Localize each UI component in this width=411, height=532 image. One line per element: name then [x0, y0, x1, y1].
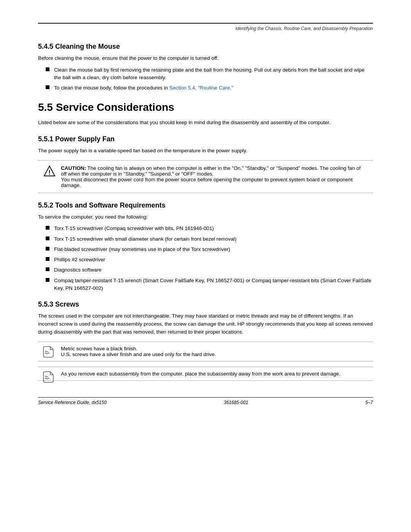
- section-552-bullets: Torx T-15 screwdriver (Compaq screwdrive…: [46, 225, 373, 292]
- list-item: Torx T-15 screwdriver (Compaq screwdrive…: [46, 225, 373, 232]
- section-552: 5.5.2 Tools and Software Requirements To…: [38, 201, 373, 292]
- bullet-552-5: Diagnostics software: [54, 266, 102, 274]
- bullet-552-1: Torx T-15 screwdriver (Compaq screwdrive…: [54, 225, 214, 232]
- section-link[interactable]: Section 5.4, "Routine Care.": [169, 85, 233, 91]
- section-545: 5.4.5 Cleaning the Mouse Before cleaning…: [38, 43, 373, 92]
- note-1-line1: Metric screws have a black finish.: [61, 346, 137, 351]
- list-item: Flat-bladed screwdriver (may sometimes u…: [46, 246, 373, 253]
- bullet-text-1: Clean the mouse ball by first removing t…: [54, 66, 373, 82]
- bullet-icon: [46, 226, 49, 230]
- page: Identifying the Chassis, Routine Care, a…: [0, 0, 411, 417]
- section-545-title: 5.4.5 Cleaning the Mouse: [38, 43, 373, 51]
- bullet-icon: [46, 236, 49, 240]
- bullet-552-4: Phillips #2 screwdriver: [54, 256, 105, 264]
- section-551: 5.5.1 Power Supply Fan The power supply …: [38, 135, 373, 193]
- svg-text:!: !: [48, 169, 50, 176]
- bullet-icon: [46, 85, 49, 89]
- caution-label: CAUTION:: [61, 165, 86, 171]
- footer-center: 361685-001: [224, 400, 248, 405]
- bullet-text-2: To clean the mouse body, follow the proc…: [54, 84, 233, 92]
- section-551-intro: The power supply fan is a variable-speed…: [38, 147, 373, 155]
- bullet-552-3: Flat-bladed screwdriver (may sometimes u…: [54, 246, 230, 253]
- section-55: 5.5 Service Considerations Listed below …: [38, 101, 373, 381]
- list-item: Phillips #2 screwdriver: [46, 256, 373, 264]
- bullet-552-6: Compaq tamper-resistant T-15 wrench (Sma…: [54, 277, 373, 292]
- section-545-intro: Before cleaning the mouse, ensure that t…: [38, 54, 373, 62]
- caution-text: The cooling fan is always on when the co…: [61, 165, 360, 188]
- caution-icon: !: [43, 165, 56, 177]
- section-545-bullets: Clean the mouse ball by first removing t…: [46, 66, 373, 92]
- top-rule: [38, 23, 373, 24]
- section-55-title: 5.5 Service Considerations: [38, 101, 373, 113]
- bullet-icon: [46, 67, 49, 71]
- note-1-content: Metric screws have a black finish. U.S. …: [61, 346, 367, 357]
- list-item: Compaq tamper-resistant T-15 wrench (Sma…: [46, 277, 373, 292]
- section-551-title: 5.5.1 Power Supply Fan: [38, 135, 373, 143]
- section-552-intro: To service the computer, you need the fo…: [38, 213, 373, 221]
- page-header: Identifying the Chassis, Routine Care, a…: [38, 26, 373, 31]
- section-55-intro: Listed below are some of the considerati…: [38, 119, 373, 127]
- section-552-title: 5.5.2 Tools and Software Requirements: [38, 201, 373, 209]
- list-item: Diagnostics software: [46, 266, 373, 274]
- caution-box: ! CAUTION: The cooling fan is always on …: [38, 160, 373, 193]
- note-icon-2: [42, 371, 56, 385]
- page-footer: Service Reference Guide, dx5150 361685-0…: [38, 397, 373, 405]
- note-icon-1: [42, 346, 56, 359]
- bullet-icon: [46, 247, 49, 251]
- list-item: To clean the mouse body, follow the proc…: [46, 84, 373, 92]
- note-box-1: Metric screws have a black finish. U.S. …: [38, 342, 373, 361]
- bullet-icon: [46, 257, 49, 261]
- section-553: 5.5.3 Screws The screws used in the comp…: [38, 300, 373, 381]
- footer-left: Service Reference Guide, dx5150: [38, 400, 107, 405]
- footer-right: 5–7: [365, 400, 373, 405]
- bullet-icon: [46, 278, 49, 282]
- list-item: Clean the mouse ball by first removing t…: [46, 66, 373, 82]
- bullet-icon: [46, 267, 49, 271]
- section-553-title: 5.5.3 Screws: [38, 300, 373, 308]
- note-box-2: As you remove each subassembly from the …: [38, 367, 373, 381]
- bullet-552-2: Torx T-15 screwdriver with small diamete…: [54, 235, 236, 243]
- note-1-line2: U.S. screws have a silver finish and are…: [61, 351, 216, 357]
- list-item: Torx T-15 screwdriver with small diamete…: [46, 235, 373, 243]
- section-553-intro: The screws used in the computer are not …: [38, 312, 373, 336]
- note-2-text: As you remove each subassembly from the …: [61, 371, 341, 377]
